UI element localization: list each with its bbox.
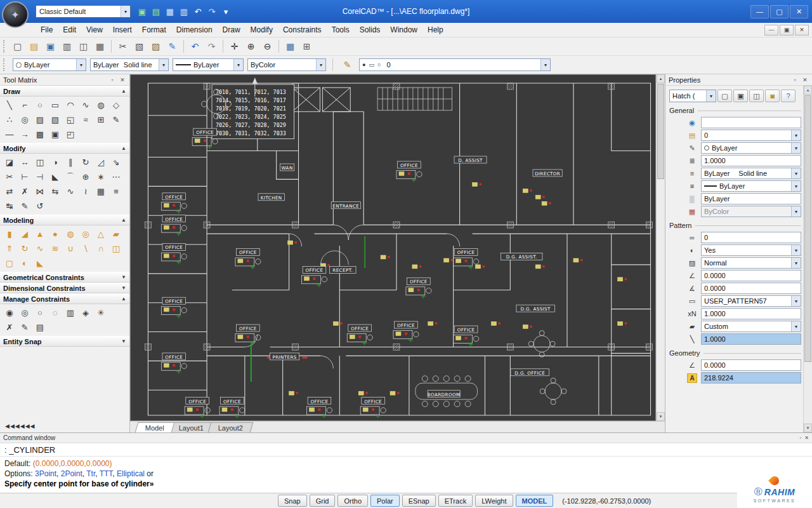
toolbar-grip[interactable] <box>3 58 6 71</box>
toolbar-overflow-icon[interactable]: ▾ <box>219 5 232 18</box>
panel-float-icon[interactable]: ▫ <box>799 435 801 441</box>
statusbar-toggle-polar[interactable]: Polar <box>370 495 400 507</box>
gradient-tool[interactable]: ▧ <box>48 112 63 127</box>
panel-close-icon[interactable]: ✕ <box>801 77 809 83</box>
statusbar-toggle-snap[interactable]: Snap <box>278 495 307 507</box>
section-header-dimensional-constraints[interactable]: Dimensional Constraints▼ <box>0 283 129 293</box>
island-detection-select[interactable]: Normal <box>701 257 801 269</box>
reverse-tool[interactable]: ⇆ <box>48 184 63 199</box>
print-button[interactable]: ▥ <box>59 39 75 54</box>
line-style-combo[interactable]: ByLayer Solid line <box>90 58 169 71</box>
sweep-tool[interactable]: ∿ <box>32 241 48 256</box>
constraint-bar-tool[interactable]: ▥ <box>63 305 78 320</box>
open-drawing-icon[interactable]: ▤ <box>150 5 162 18</box>
print-style-combo[interactable]: ByColor <box>247 58 326 71</box>
doc-minimize-button[interactable]: — <box>764 25 778 36</box>
extend-tool[interactable]: ⊢ <box>17 170 32 184</box>
cone-tool[interactable]: ▲ <box>32 227 48 241</box>
panel-close-icon[interactable]: ✕ <box>804 435 809 441</box>
polysolid-tool[interactable]: ▰ <box>108 227 124 241</box>
statusbar-toggle-grid[interactable]: Grid <box>310 495 336 507</box>
tab-layout1[interactable]: Layout1 <box>169 422 214 432</box>
new-file-button[interactable]: ▢ <box>10 39 25 54</box>
copy-properties-button[interactable]: ◫ <box>749 90 764 102</box>
chamfer-edge-tool[interactable]: ◣ <box>32 256 48 271</box>
region-tool[interactable]: ◱ <box>63 112 78 127</box>
print-color-select[interactable]: ByColor <box>701 206 801 217</box>
text-tool[interactable]: ✎ <box>108 112 124 127</box>
redo-icon[interactable]: ↷ <box>206 5 218 18</box>
panel-float-icon[interactable]: ▫ <box>108 77 116 83</box>
line-scale-field[interactable]: 1.0000 <box>701 155 801 166</box>
layer-combo[interactable]: ●▭○ 0 <box>359 58 551 71</box>
panel-close-icon[interactable]: ✕ <box>119 77 126 83</box>
toolbar-grip[interactable] <box>3 40 6 53</box>
rectangle-tool[interactable]: ▭ <box>48 98 63 112</box>
ray-tool[interactable]: → <box>17 127 32 142</box>
menu-draw[interactable]: Draw <box>218 23 246 36</box>
select-entities-button[interactable]: ▢ <box>717 90 732 102</box>
entity-properties-button[interactable]: ▦ <box>282 39 298 54</box>
shell-tool[interactable]: ▢ <box>2 256 17 271</box>
show-all-constraints-tool[interactable]: ◎ <box>17 305 32 320</box>
section-header-manage-constraints[interactable]: Manage Constraints▲ <box>0 293 129 304</box>
show-constraint-tool[interactable]: ◉ <box>2 305 17 320</box>
union-tool[interactable]: ∪ <box>63 241 78 256</box>
torus-tool[interactable]: ◎ <box>78 227 93 241</box>
arc-tool[interactable]: ◠ <box>63 98 78 112</box>
hide-all-constraints-tool[interactable]: ◌ <box>48 305 63 320</box>
pattern-type-select[interactable]: Custom <box>701 321 801 332</box>
workspace-selector[interactable]: Classic Default <box>36 5 131 18</box>
polygon-tool[interactable]: ◇ <box>108 98 124 112</box>
spline-tool[interactable]: ∿ <box>78 98 93 112</box>
boundary-tool[interactable]: ◰ <box>63 127 78 142</box>
save-drawing-icon[interactable]: ▦ <box>164 5 176 18</box>
undo-button[interactable]: ↶ <box>187 39 203 54</box>
canvas-vertical-scrollbar[interactable] <box>656 74 665 421</box>
section-header-draw[interactable]: Draw▲ <box>0 86 129 97</box>
menu-insert[interactable]: Insert <box>108 23 137 36</box>
erase-tool[interactable]: ✗ <box>17 184 32 199</box>
command-option-ttr[interactable]: Ttr <box>86 469 95 478</box>
cylinder-tool[interactable]: ◍ <box>63 227 78 241</box>
save-file-button[interactable]: ▣ <box>43 39 58 54</box>
cut-button[interactable]: ✂ <box>115 39 131 54</box>
mirror-tool[interactable]: ◑ <box>48 155 63 170</box>
chamfer-tool[interactable]: ◣ <box>48 170 63 184</box>
section-header-modify[interactable]: Modify▲ <box>0 143 129 154</box>
infinite-line-tool[interactable]: — <box>2 127 17 142</box>
zoom-previous-button[interactable]: ⊖ <box>259 39 275 54</box>
menu-constraints[interactable]: Constraints <box>278 23 327 36</box>
area-field[interactable]: 218.9224 <box>701 372 801 384</box>
loft-tool[interactable]: ≋ <box>48 241 63 256</box>
align-tool[interactable]: ⇄ <box>2 184 17 199</box>
minimize-button[interactable]: — <box>750 5 769 18</box>
statusbar-toggle-esnap[interactable]: ESnap <box>402 495 436 507</box>
section-header-geometrical-constraints[interactable]: Geometrical Constraints▼ <box>0 272 129 283</box>
redo-button[interactable]: ↷ <box>204 39 219 54</box>
trim-tool[interactable]: ✂ <box>2 170 17 184</box>
intersect-tool[interactable]: ∩ <box>93 241 108 256</box>
edit-annotation-tool[interactable]: ✎ <box>17 199 32 213</box>
tab-model[interactable]: Model <box>135 422 175 432</box>
layer-manager-button[interactable]: ✎ <box>339 57 355 72</box>
section-header-entity-snap[interactable]: Entity Snap▼ <box>0 336 129 347</box>
edit-polyline-tool[interactable]: ∿ <box>63 184 78 199</box>
stretch-tool[interactable]: ⇘ <box>108 155 124 170</box>
copy-button[interactable]: ▧ <box>131 39 147 54</box>
polyline-tool[interactable]: ⌐ <box>17 98 32 112</box>
scroll-down-button[interactable] <box>804 424 812 432</box>
manage-states-tool[interactable]: ▤ <box>32 320 48 335</box>
edit-hatch-tool[interactable]: ▦ <box>93 184 108 199</box>
3d-mirror-tool[interactable]: ◐ <box>17 256 32 271</box>
help-button[interactable]: ? <box>781 90 796 102</box>
close-button[interactable]: ✕ <box>790 5 808 18</box>
extrude-tool[interactable]: ⇑ <box>2 241 17 256</box>
explode-tool[interactable]: ∗ <box>93 170 108 184</box>
pyramid-tool[interactable]: △ <box>93 227 108 241</box>
auto-constrain-tool[interactable]: ◈ <box>78 305 93 320</box>
pattern-name-select[interactable]: USER_PATTERN57 <box>701 295 801 307</box>
cloud-tool[interactable]: ≈ <box>78 112 93 127</box>
paste-button[interactable]: ▨ <box>148 39 164 54</box>
hatch-tool[interactable]: ▨ <box>32 112 48 127</box>
